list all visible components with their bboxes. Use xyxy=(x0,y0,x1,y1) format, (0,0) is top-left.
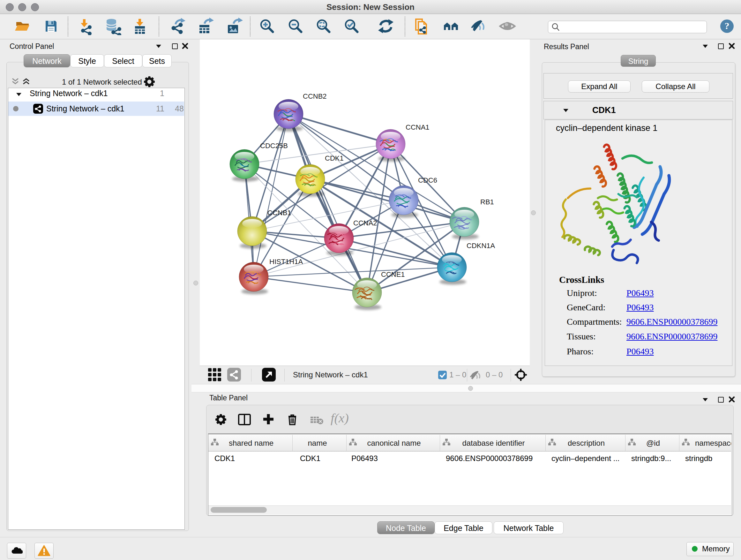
svg-text:CDC25B: CDC25B xyxy=(260,142,288,150)
svg-text:CDK1: CDK1 xyxy=(325,154,344,162)
svg-text:?: ? xyxy=(725,20,730,31)
svg-text:CCNB2: CCNB2 xyxy=(303,92,327,100)
svg-text:HIST1H1A: HIST1H1A xyxy=(269,258,303,266)
svg-text:CCNE1: CCNE1 xyxy=(381,270,405,278)
svg-text:RB1: RB1 xyxy=(480,198,494,206)
svg-text:CDC6: CDC6 xyxy=(418,176,437,184)
svg-text:CDKN1A: CDKN1A xyxy=(467,242,495,250)
svg-text:CCNB1: CCNB1 xyxy=(267,209,291,217)
svg-text:CCNA1: CCNA1 xyxy=(406,123,429,131)
svg-text:CCNA2: CCNA2 xyxy=(353,219,377,227)
